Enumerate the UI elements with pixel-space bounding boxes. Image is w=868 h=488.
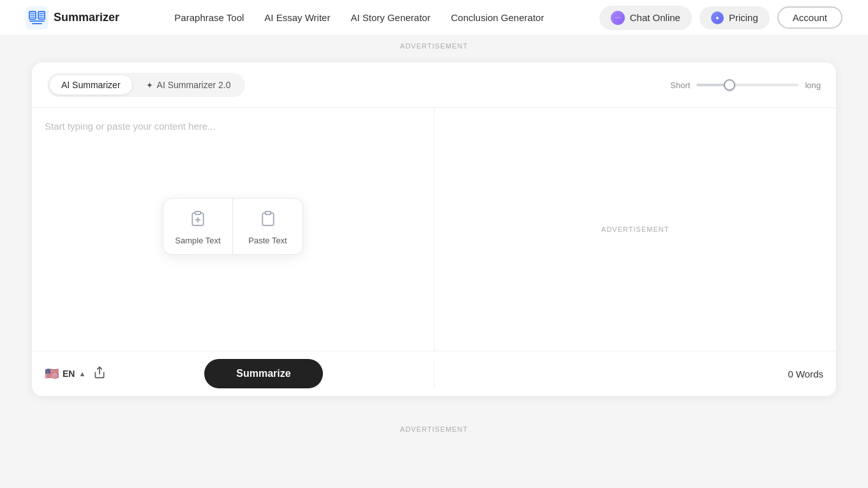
share-button[interactable] [93, 366, 106, 382]
chat-label: Chat Online [630, 12, 680, 23]
length-slider[interactable] [696, 84, 798, 86]
lang-arrow-icon: ▲ [79, 370, 86, 377]
svg-rect-4 [32, 23, 42, 24]
word-count-label: 0 Words [747, 369, 823, 379]
tab-group: AI Summarizer ✦ AI Summarizer 2.0 [47, 73, 245, 97]
paste-text-icon [260, 210, 276, 231]
sparkle-icon: ✦ [146, 80, 153, 90]
logo[interactable]: Summarizer [26, 6, 119, 29]
pricing-button[interactable]: ● Pricing [700, 6, 770, 29]
top-ad-banner: ADVERTISEMENT [0, 36, 868, 56]
nav-ai-essay-writer[interactable]: AI Essay Writer [264, 12, 330, 23]
tab-v2-label: AI Summarizer 2.0 [157, 80, 231, 90]
pricing-icon: ● [711, 11, 724, 24]
chat-dot-icon: ··· [611, 11, 625, 25]
tab-ai-summarizer-v2[interactable]: ✦ AI Summarizer 2.0 [135, 75, 243, 95]
sample-text-icon [190, 210, 206, 231]
tab-ai-summarizer[interactable]: AI Summarizer [50, 75, 132, 95]
account-button[interactable]: Account [777, 6, 842, 29]
nav-conclusion-generator[interactable]: Conclusion Generator [451, 12, 544, 23]
tool-body: Sample Text Paste Text [32, 108, 836, 351]
input-pane: Sample Text Paste Text [32, 108, 435, 351]
footer-output-side: 0 Words [434, 359, 824, 388]
length-short-label: Short [670, 80, 690, 90]
footer-split: 🇺🇸 EN ▲ Summarize [45, 359, 823, 388]
sample-text-label: Sample Text [175, 236, 220, 245]
main-container: AI Summarizer ✦ AI Summarizer 2.0 Short … [0, 56, 868, 409]
language-selector[interactable]: 🇺🇸 EN ▲ [45, 367, 86, 381]
length-long-label: long [805, 80, 821, 90]
length-control: Short long [670, 80, 821, 90]
output-ad-label: ADVERTISEMENT [601, 225, 669, 233]
svg-rect-14 [265, 211, 271, 214]
chat-online-button[interactable]: ··· Chat Online [599, 6, 692, 30]
sample-text-button[interactable]: Sample Text [163, 199, 234, 254]
tool-header: AI Summarizer ✦ AI Summarizer 2.0 Short … [32, 63, 836, 108]
logo-icon [26, 6, 49, 29]
us-flag-icon: 🇺🇸 [45, 367, 59, 381]
paste-text-label: Paste Text [248, 236, 287, 245]
header-actions: ··· Chat Online ● Pricing Account [599, 6, 842, 30]
logo-text: Summarizer [54, 11, 119, 24]
pricing-label: Pricing [729, 12, 758, 23]
bottom-ad-banner: ADVERTISEMENT [0, 415, 868, 443]
paste-text-button[interactable]: Paste Text [233, 199, 303, 254]
footer-input-side: 🇺🇸 EN ▲ Summarize [45, 359, 434, 388]
action-card: Sample Text Paste Text [163, 198, 303, 255]
tool-card: AI Summarizer ✦ AI Summarizer 2.0 Short … [32, 63, 836, 396]
lang-code-label: EN [63, 369, 75, 379]
nav-ai-story-generator[interactable]: AI Story Generator [350, 12, 430, 23]
svg-rect-11 [195, 211, 201, 214]
nav-paraphrase-tool[interactable]: Paraphrase Tool [174, 12, 244, 23]
summarize-button[interactable]: Summarize [204, 359, 322, 388]
output-pane: ADVERTISEMENT [435, 108, 837, 351]
main-nav: Paraphrase Tool AI Essay Writer AI Story… [174, 12, 544, 23]
tool-footer: 🇺🇸 EN ▲ Summarize [32, 351, 836, 396]
svg-rect-3 [29, 20, 45, 22]
